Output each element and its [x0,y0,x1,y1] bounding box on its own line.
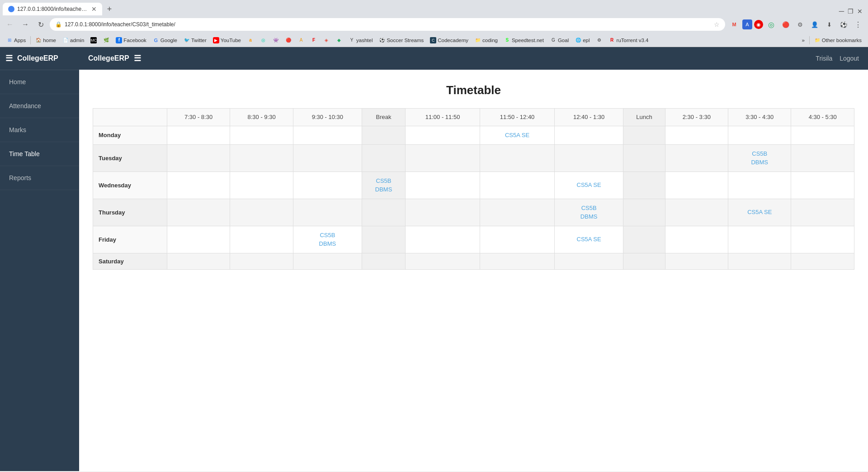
ext1-icon[interactable]: ◎ [765,18,778,31]
speedtest-bm-icon: S [504,37,510,43]
bookmark-youtube[interactable]: ▶ YouTube [210,36,244,44]
cell-monday-slot3 [293,126,362,145]
menu-button[interactable]: ⋮ [852,18,864,31]
cell-wednesday-slot6: CS5A SE [555,172,623,199]
cell-saturday-lunch [623,253,665,269]
bookmark-speedtest[interactable]: S Speedtest.net [501,36,547,44]
cell-friday-slot3: CS5BDBMS [293,226,362,253]
bookmark-sep2 [809,36,810,44]
close-button[interactable]: ✕ [857,8,863,15]
cell-saturday-slot7 [665,253,728,269]
twitter-bm-icon: 🐦 [184,37,190,43]
bookmark-ext5[interactable]: ◈ [321,36,332,44]
bookmark-twitch[interactable]: 👾 [270,36,282,44]
address-bar-row: ← → ↻ 🔒 127.0.0.1:8000/info/teacher/CS03… [0,15,868,33]
sidebar-item-reports-label: Reports [9,174,31,181]
hamburger-icon[interactable]: ☰ [5,53,13,63]
bookmark-more[interactable]: » [799,37,807,44]
other-bm-icon: 📁 [814,37,821,43]
bookmark-ext1[interactable]: ◎ [257,36,269,44]
soccer-bm-icon: ⚽ [379,37,385,43]
sidebar-item-reports[interactable]: Reports [0,166,79,190]
ext2-icon[interactable]: 🔴 [779,18,792,31]
sidebar-item-marks[interactable]: Marks [0,118,79,142]
tab-favicon [8,6,14,12]
table-row: ThursdayCS5BDBMSCS5A SE [93,199,854,226]
gmail-icon[interactable]: M [728,18,741,31]
nav-hamburger-icon[interactable]: ☰ [134,53,141,63]
tab-close-button[interactable]: ✕ [91,6,97,12]
day-cell: Monday [93,126,167,145]
soccer-ext-icon[interactable]: ⚽ [837,18,850,31]
minimize-button[interactable]: ─ [839,7,844,15]
bookmark-ext3[interactable]: A [295,36,307,44]
bookmark-apps[interactable]: ⊞ Apps [4,36,28,44]
bookmark-yashtel[interactable]: Y yashtel [346,36,375,44]
bookmark-admin[interactable]: 📄 admin [60,36,87,44]
cell-wednesday-slot4 [406,172,480,199]
bookmark-ext7[interactable]: ⚙ [594,36,605,44]
reload-button[interactable]: ↻ [34,18,47,31]
bookmark-codecademy[interactable]: C Codecademy [427,36,471,44]
th-slot4: 11:00 - 11:50 [406,109,480,126]
active-tab[interactable]: 127.0.0.1:8000/info/teacher/CS0... ✕ [3,3,102,15]
class-link[interactable]: CS5A SE [558,181,619,190]
google-bm-icon: G [153,37,159,43]
cell-thursday-slot1 [167,199,230,226]
class-link[interactable]: CS5A SE [558,235,619,244]
sidebar-item-home[interactable]: Home [0,70,79,94]
bookmark-ext2[interactable]: 🔴 [283,36,294,44]
bookmark-other-label: Other bookmarks [822,38,862,43]
bookmark-rutorrent[interactable]: R ruTorrent v3.4 [606,36,651,44]
forward-button[interactable]: → [19,18,32,31]
bookmark-epl[interactable]: 🌐 epl [572,36,592,44]
bookmark-mc[interactable]: MC [88,36,99,44]
drive-bm-icon: 🌿 [103,37,109,43]
user-name: Trisila [816,55,832,62]
class-link[interactable]: CS5A SE [732,208,787,217]
class-link[interactable]: CS5A SE [484,131,551,140]
class-link[interactable]: CS5BDBMS [558,204,619,221]
bookmark-soccer[interactable]: ⚽ Soccer Streams [376,36,426,44]
bookmark-ext6[interactable]: ◆ [333,36,345,44]
class-link[interactable]: CS5BDBMS [366,176,401,194]
bookmark-youtube-label: YouTube [221,38,241,43]
th-break: Break [362,109,405,126]
class-link[interactable]: CS5BDBMS [732,149,787,167]
ext4-icon[interactable]: 👤 [808,18,821,31]
bookmark-google[interactable]: G Google [150,36,180,44]
bookmark-amazon[interactable]: a [245,36,256,44]
cell-friday-slot8 [728,226,791,253]
bookmark-drive[interactable]: 🌿 [100,36,112,44]
bookmark-twitter[interactable]: 🐦 Twitter [181,36,209,44]
cell-saturday-slot1 [167,253,230,269]
bookmark-other[interactable]: 📁 Other bookmarks [811,36,864,44]
cell-friday-slot6: CS5A SE [555,226,623,253]
adblock-icon[interactable]: ◉ [754,20,763,29]
class-link[interactable]: CS5BDBMS [297,231,358,248]
ext3-icon[interactable]: ⚙ [794,18,807,31]
new-tab-button[interactable]: + [103,3,116,15]
ext3-bm-icon: A [298,37,304,43]
address-bar[interactable]: 🔒 127.0.0.1:8000/info/teacher/CS03/t_tim… [50,18,725,31]
back-button[interactable]: ← [4,18,16,31]
bookmark-home[interactable]: 🏠 home [33,36,59,44]
cell-tuesday-slot7 [665,144,728,172]
amazon-bm-icon: a [247,37,254,43]
bookmark-star[interactable]: ☆ [714,21,720,28]
bookmark-coding[interactable]: 📁 coding [472,36,500,44]
bookmark-facebook[interactable]: f Facebook [113,36,149,44]
ext5-icon[interactable]: ⬇ [823,18,835,31]
bookmark-goal[interactable]: G Goal [547,36,571,44]
logout-button[interactable]: Logout [840,55,859,62]
apps-extension-icon[interactable]: A [742,19,752,29]
timetable: 7:30 - 8:30 8:30 - 9:30 9:30 - 10:30 Bre… [93,108,854,270]
sidebar-item-attendance[interactable]: Attendance [0,94,79,118]
day-cell: Saturday [93,253,167,269]
sidebar-item-timetable[interactable]: Time Table [0,142,79,166]
cell-tuesday-slot1 [167,144,230,172]
maximize-button[interactable]: ❐ [848,8,854,15]
bookmark-ext4[interactable]: F [308,36,320,44]
bookmark-apps-label: Apps [14,38,26,43]
bookmark-google-label: Google [160,38,177,43]
